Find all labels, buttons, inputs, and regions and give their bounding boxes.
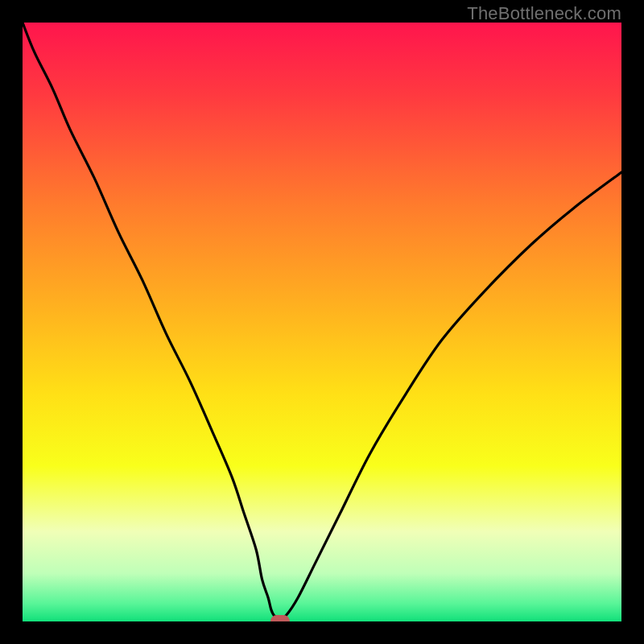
plot-area <box>23 23 621 621</box>
watermark-text: TheBottleneck.com <box>467 3 621 24</box>
bottleneck-curve <box>23 23 621 621</box>
outer-frame: TheBottleneck.com <box>0 0 644 644</box>
optimal-point-marker <box>270 615 290 621</box>
